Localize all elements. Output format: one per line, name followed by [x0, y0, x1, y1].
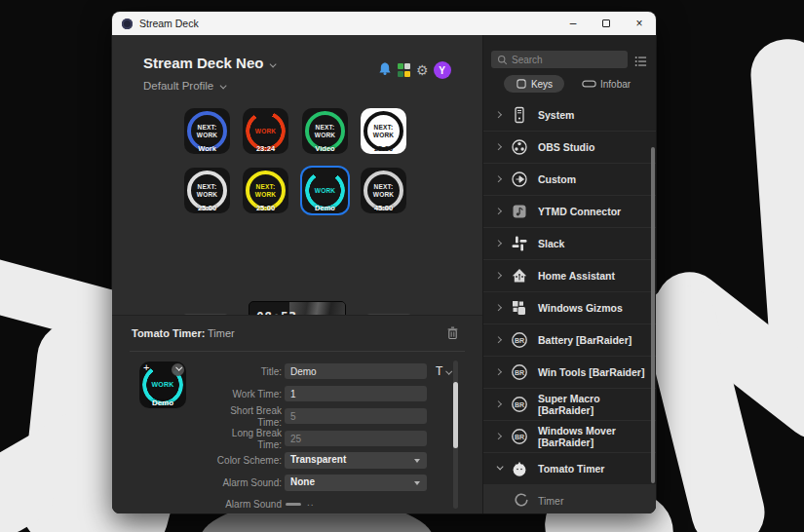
device-selector[interactable]: Stream Deck Neo — [143, 55, 275, 71]
maximize-button[interactable] — [590, 12, 623, 35]
svg-text:BR: BR — [515, 369, 524, 376]
volume-slider[interactable] — [286, 503, 301, 506]
inspector-scrollbar[interactable] — [453, 361, 458, 509]
deck-key[interactable]: NEXT:WORK25:00 — [184, 168, 230, 213]
search-box[interactable] — [491, 51, 628, 68]
svg-text:BR: BR — [515, 337, 524, 344]
home-assistant-icon — [510, 266, 529, 285]
profile-selector[interactable]: Default Profile — [143, 80, 225, 92]
plugin-list: System OBS Studio Custom YTMD Connector — [483, 99, 656, 513]
plugin-row-system[interactable]: System — [483, 99, 656, 132]
notifications-button[interactable] — [377, 60, 393, 80]
text-style-button[interactable]: T — [436, 364, 450, 378]
chevron-right-icon — [495, 272, 503, 280]
settings-button[interactable]: ⚙ — [416, 63, 429, 77]
plugin-row-win-tools-barraider[interactable]: BR Win Tools [BarRaider] — [483, 357, 656, 389]
close-button[interactable]: × — [623, 12, 656, 35]
minimize-button[interactable]: – — [556, 12, 590, 35]
chevron-down-icon — [270, 60, 278, 68]
account-avatar[interactable]: Y — [434, 61, 451, 79]
app-icon — [122, 19, 133, 29]
title-input[interactable] — [285, 363, 427, 379]
stream-deck-window: Stream Deck – × Stream Deck Neo Default … — [112, 12, 656, 513]
tab-keys[interactable]: Keys — [504, 75, 564, 93]
scrollbar-thumb[interactable] — [453, 382, 458, 448]
infobar-icon — [582, 78, 596, 90]
barraider-icon: BR — [510, 395, 529, 414]
chevron-right-icon — [495, 175, 503, 183]
tab-infobar[interactable]: Infobar — [582, 75, 631, 93]
bell-icon — [377, 60, 393, 76]
color-scheme-label: Color Scheme: — [192, 455, 282, 467]
alarm-sound-select[interactable]: None — [285, 475, 427, 491]
marketplace-icon — [398, 63, 403, 69]
short-break-input[interactable] — [285, 408, 427, 424]
work-time-label: Work Time: — [192, 389, 282, 400]
chevron-right-icon — [495, 400, 503, 408]
work-time-input[interactable] — [285, 386, 427, 401]
key-preview[interactable]: + WORK Demo — [139, 361, 186, 408]
plugin-row-ytmd-connector[interactable]: YTMD Connector — [483, 196, 656, 228]
deck-key-work[interactable]: NEXT:WORKWork — [184, 108, 230, 154]
plugin-row-battery-barraider[interactable]: BR Battery [BarRaider] — [483, 324, 656, 357]
slider-dots: .. — [307, 497, 315, 508]
sidebar-scrollbar[interactable] — [651, 147, 655, 483]
action-row-timer[interactable]: Timer — [483, 485, 656, 513]
long-break-input[interactable] — [285, 431, 427, 446]
deck-key-running[interactable]: WORK23:24 — [243, 108, 288, 154]
property-inspector: Tomato Timer: Timer + WORK Demo Title: T… — [112, 315, 482, 513]
deck-key[interactable]: NEXT:WORK45:00 — [361, 168, 406, 213]
delete-action-button[interactable] — [446, 325, 459, 344]
key-label: Video — [302, 144, 348, 153]
alarm-volume-label: Alarm Sound — [192, 499, 282, 511]
chevron-down-icon — [496, 464, 504, 472]
ytmd-icon — [510, 202, 529, 221]
deck-key-demo-selected[interactable]: WORKDemo — [302, 168, 348, 213]
trash-icon — [446, 325, 459, 340]
marketplace-button[interactable] — [398, 63, 411, 77]
actions-sidebar: Keys Infobar System OBS Studio Custom — [482, 35, 656, 513]
plugin-row-windows-gizmos[interactable]: Windows Gizmos — [483, 292, 656, 324]
sidebar-tabs: Keys Infobar — [483, 75, 656, 95]
titlebar[interactable]: Stream Deck – × — [112, 12, 656, 35]
deck-key-video[interactable]: NEXT:WORKVideo — [302, 108, 348, 154]
plugin-row-tomato-timer-expanded[interactable]: Tomato Timer — [483, 453, 656, 485]
key-label: 45:00 — [361, 204, 406, 212]
add-overlay-icon: + — [143, 361, 149, 373]
divider — [130, 351, 465, 352]
color-scheme-select[interactable]: Transparent — [285, 452, 427, 469]
device-name: Stream Deck Neo — [143, 55, 263, 71]
chevron-right-icon — [495, 208, 503, 215]
chevron-right-icon — [495, 111, 503, 119]
svg-text:BR: BR — [515, 434, 524, 440]
deck-key-yellow[interactable]: NEXT:WORK25:00 — [243, 168, 288, 213]
plugin-row-home-assistant[interactable]: Home Assistant — [483, 260, 656, 292]
chevron-right-icon — [495, 433, 503, 440]
svg-text:BR: BR — [515, 401, 524, 408]
alarm-sound-label: Alarm Sound: — [192, 477, 282, 489]
long-break-label: Long BreakTime: — [192, 428, 282, 451]
inspector-plugin-name: Tomato Timer: — [132, 327, 205, 339]
windows-gizmos-icon — [510, 298, 529, 318]
key-label: Demo — [139, 399, 186, 407]
deck-key-white[interactable]: NEXT:WORK25:00 — [361, 108, 406, 154]
key-label: Work — [184, 144, 230, 153]
chevron-right-icon — [495, 143, 503, 151]
timer-arc-icon — [513, 491, 532, 511]
list-view-button[interactable] — [634, 54, 647, 71]
obs-icon — [510, 137, 529, 157]
plugin-row-custom[interactable]: Custom — [483, 164, 656, 196]
search-input[interactable] — [512, 55, 619, 65]
barraider-icon: BR — [510, 362, 529, 382]
key-options-button[interactable] — [172, 363, 184, 376]
key-label: Demo — [302, 204, 348, 212]
plugin-row-obs-studio[interactable]: OBS Studio — [483, 132, 656, 164]
plugin-row-slack[interactable]: Slack — [483, 228, 656, 260]
tomato-icon — [510, 459, 529, 478]
key-label: 23:24 — [243, 144, 288, 153]
plugin-row-windows-mover-barraider[interactable]: BR Windows Mover [BarRaider] — [483, 421, 656, 453]
chevron-right-icon — [495, 368, 503, 376]
system-icon — [510, 105, 529, 125]
plugin-row-super-macro-barraider[interactable]: BR Super Macro [BarRaider] — [483, 389, 656, 421]
keycap-icon — [516, 78, 527, 90]
